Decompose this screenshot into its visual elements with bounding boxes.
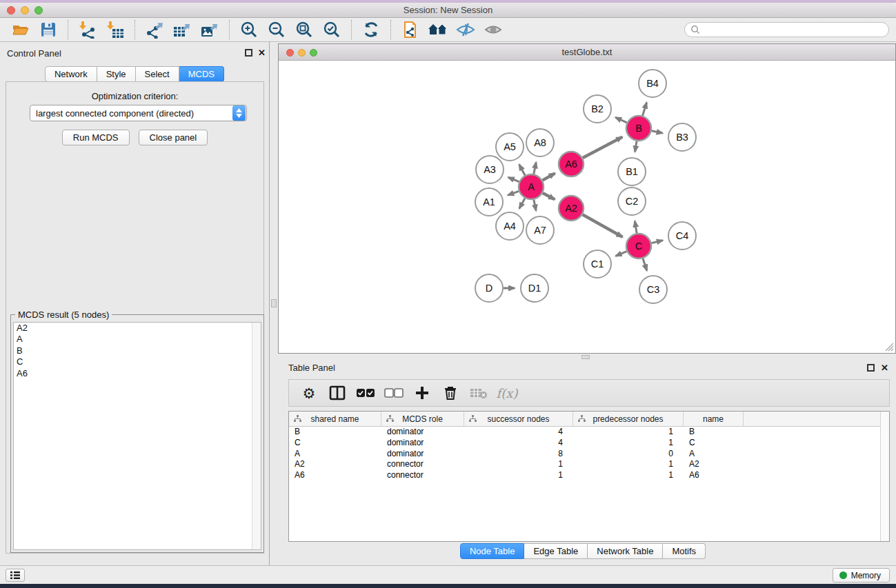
vertical-splitter[interactable] [270,43,278,354]
list-item[interactable]: A [14,334,261,345]
edge-A-A7[interactable] [534,200,536,211]
edge-B-B2[interactable] [615,117,627,123]
edge-B-B4[interactable] [643,103,647,116]
column-header-predecessor-nodes[interactable]: predecessor nodes [573,412,684,426]
edge-A-A5[interactable] [519,165,525,176]
function-builder-icon[interactable]: f(x) [497,383,517,403]
table-row[interactable]: Bdominator41B [289,427,889,438]
node-B[interactable]: B [626,116,651,141]
export-network-icon[interactable] [144,20,165,39]
edge-A-A1[interactable] [508,191,519,195]
run-mcds-button[interactable]: Run MCDS [62,130,130,145]
tab-network-table[interactable]: Network Table [588,543,663,559]
node-B1[interactable]: B1 [618,158,646,185]
edge-B-B3[interactable] [652,131,663,133]
node-A8[interactable]: A8 [526,129,554,156]
node-B3[interactable]: B3 [668,123,696,151]
copy-network-icon[interactable] [400,20,421,39]
node-A3[interactable]: A3 [476,156,504,183]
close-panel-icon[interactable]: ✕ [258,48,266,57]
network-close-button[interactable] [286,49,294,57]
select-all-checkboxes-icon[interactable] [355,383,376,403]
column-header-name[interactable]: name [684,412,744,426]
zoom-selected-icon[interactable] [321,20,342,39]
close-panel-icon[interactable]: ✕ [881,363,888,372]
minimize-window-button[interactable] [21,6,29,14]
memory-button[interactable]: Memory [833,568,890,582]
node-D[interactable]: D [475,274,503,302]
edge-C-C3[interactable] [643,258,647,270]
close-window-button[interactable] [7,6,15,14]
horizontal-splitter[interactable] [270,354,896,360]
delete-table-icon[interactable] [468,383,489,403]
node-A[interactable]: A [519,174,544,199]
tab-edge-table[interactable]: Edge Table [524,543,588,559]
zoom-window-button[interactable] [34,6,43,14]
edge-A6-B[interactable] [583,137,622,158]
tab-node-table[interactable]: Node Table [460,543,525,559]
search-input[interactable] [700,25,883,34]
node-A1[interactable]: A1 [475,188,503,216]
eye-icon[interactable] [483,20,504,39]
tab-motifs[interactable]: Motifs [663,543,706,559]
network-graph[interactable]: B4B2BB3A5A8A6A3B1AA1C2A2A4A7C4CC1C3DD1 [279,61,895,353]
mcds-list-scrollbar[interactable] [252,323,261,549]
node-B4[interactable]: B4 [639,70,666,97]
node-C2[interactable]: C2 [618,187,646,215]
resize-grip-icon[interactable] [886,343,893,351]
export-table-icon[interactable] [172,20,192,39]
task-history-button[interactable] [6,569,25,582]
edge-C-C1[interactable] [616,252,627,256]
network-minimize-button[interactable] [298,49,306,57]
split-view-icon[interactable] [327,383,348,403]
node-A7[interactable]: A7 [526,216,554,244]
node-A6[interactable]: A6 [559,152,584,176]
home-first-neighbors-icon[interactable] [428,20,448,39]
list-item[interactable]: A2 [14,323,261,334]
splitter-grip[interactable] [271,299,277,307]
add-column-icon[interactable] [412,383,432,403]
tab-network[interactable]: Network [45,66,97,82]
list-item[interactable]: A6 [14,368,261,379]
edge-A-A3[interactable] [508,177,519,182]
tab-mcds[interactable]: MCDS [179,66,224,82]
settings-gear-icon[interactable]: ⚙ [299,383,319,403]
edge-A2-C[interactable] [583,214,623,236]
close-panel-button[interactable]: Close panel [139,130,208,145]
column-header-MCDS-role[interactable]: MCDS role [381,412,464,426]
zoom-in-icon[interactable] [239,20,259,39]
deselect-all-checkboxes-icon[interactable] [384,383,404,403]
table-row[interactable]: Adominator80A [289,449,889,460]
criterion-dropdown[interactable]: largest connected component (directed) [30,105,247,121]
node-A4[interactable]: A4 [496,212,524,240]
edge-C-C2[interactable] [635,221,637,234]
zoom-fit-icon[interactable] [294,20,315,39]
delete-column-icon[interactable] [440,383,461,403]
tab-select[interactable]: Select [136,66,179,82]
table-scrollbar[interactable] [880,412,889,541]
node-A5[interactable]: A5 [496,133,524,161]
node-D1[interactable]: D1 [521,274,548,302]
column-header-successor-nodes[interactable]: successor nodes [464,412,573,426]
node-B2[interactable]: B2 [584,95,611,123]
edge-A-A4[interactable] [519,199,525,209]
node-A2[interactable]: A2 [559,196,584,221]
node-C3[interactable]: C3 [639,276,667,303]
node-C1[interactable]: C1 [584,250,611,278]
float-panel-icon[interactable] [867,364,875,372]
eye-slash-icon[interactable] [455,20,476,39]
table-row[interactable]: A2connector11A2 [289,459,889,470]
network-zoom-button[interactable] [310,49,317,57]
zoom-out-icon[interactable] [266,20,287,39]
save-session-icon[interactable] [38,20,59,39]
column-header-shared-name[interactable]: shared name [289,412,381,426]
node-C[interactable]: C [626,234,651,258]
edge-B-B1[interactable] [635,141,637,152]
import-network-icon[interactable] [77,20,98,39]
edge-A-A6[interactable] [543,173,555,180]
float-panel-icon[interactable] [245,49,252,57]
table-row[interactable]: A6connector11A6 [289,470,889,481]
open-file-icon[interactable] [10,20,31,39]
export-image-icon[interactable] [199,20,220,39]
list-item[interactable]: C [14,356,261,367]
